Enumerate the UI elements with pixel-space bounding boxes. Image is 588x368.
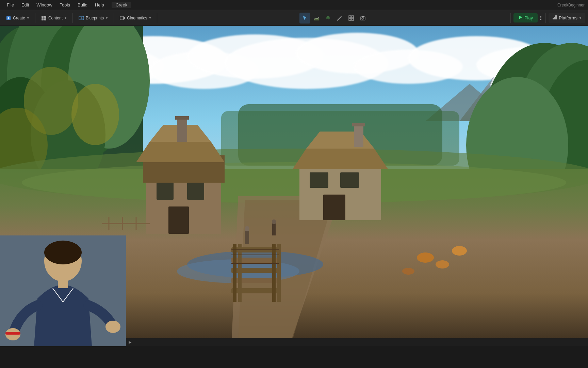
svg-point-7 — [82, 18, 83, 18]
svg-rect-68 — [238, 244, 242, 302]
content-dropdown-icon: ▼ — [64, 16, 67, 20]
svg-marker-76 — [136, 142, 225, 162]
separator-6 — [545, 13, 546, 23]
cinematics-button[interactable]: Cinematics ▼ — [117, 14, 154, 22]
select-mode-button[interactable] — [299, 13, 310, 24]
svg-rect-4 — [44, 18, 46, 20]
dot-3 — [540, 19, 541, 20]
user-label: CreekBeginner — [557, 3, 585, 7]
svg-rect-21 — [554, 17, 555, 19]
svg-point-98 — [452, 246, 467, 256]
separator-2 — [72, 13, 73, 23]
title-bar: File Edit Window Tools Build Help Creek … — [0, 0, 588, 10]
svg-point-97 — [402, 268, 414, 275]
grid-tool-button[interactable] — [346, 13, 357, 24]
menu-edit[interactable]: Edit — [18, 2, 32, 8]
content-icon — [41, 15, 47, 21]
separator-5 — [510, 13, 511, 23]
separator-1 — [35, 13, 35, 23]
toolbar: Create ▼ Content ▼ Blueprints ▼ — [0, 10, 588, 26]
svg-rect-3 — [42, 18, 44, 20]
svg-rect-80 — [157, 183, 174, 200]
svg-point-6 — [80, 18, 80, 18]
menu-build[interactable]: Build — [74, 2, 91, 8]
play-button[interactable]: Play — [513, 13, 538, 22]
bottom-bar: ▶ — [126, 338, 588, 346]
svg-rect-86 — [354, 125, 363, 147]
svg-point-100 — [245, 226, 249, 231]
svg-rect-99 — [245, 230, 249, 244]
svg-rect-82 — [168, 206, 189, 234]
menu-tools[interactable]: Tools — [56, 2, 74, 8]
cinematics-dropdown-icon: ▼ — [149, 16, 152, 20]
svg-marker-19 — [519, 16, 522, 19]
svg-rect-89 — [340, 172, 359, 188]
svg-rect-2 — [44, 16, 46, 18]
svg-point-107 — [105, 321, 120, 333]
blueprints-icon — [78, 15, 84, 21]
menu-help[interactable]: Help — [92, 2, 108, 8]
separator-4 — [157, 13, 157, 23]
svg-rect-15 — [352, 18, 354, 20]
cinematics-icon — [119, 15, 126, 21]
svg-point-96 — [436, 260, 449, 269]
svg-rect-88 — [310, 172, 328, 188]
blueprints-button[interactable]: Blueprints ▼ — [76, 14, 111, 22]
svg-rect-81 — [187, 183, 204, 200]
svg-rect-20 — [553, 18, 554, 19]
menu-file[interactable]: File — [3, 2, 17, 8]
brush-tool-button[interactable] — [334, 13, 345, 24]
create-dropdown-icon: ▼ — [27, 16, 30, 20]
content-button[interactable]: Content ▼ — [38, 14, 70, 22]
svg-rect-90 — [323, 195, 345, 220]
svg-rect-13 — [352, 16, 354, 18]
svg-point-105 — [44, 241, 82, 264]
svg-rect-101 — [272, 224, 276, 235]
play-icon — [518, 15, 523, 21]
svg-rect-14 — [349, 18, 351, 20]
svg-rect-78 — [177, 118, 187, 142]
create-icon — [5, 15, 12, 21]
svg-rect-108 — [5, 332, 20, 335]
dot-1 — [540, 16, 541, 17]
scene-view — [0, 26, 588, 346]
svg-rect-70 — [277, 244, 281, 302]
svg-point-102 — [272, 219, 276, 224]
svg-rect-1 — [42, 16, 44, 18]
svg-point-49 — [71, 84, 119, 145]
svg-point-17 — [362, 17, 364, 19]
svg-point-95 — [417, 252, 434, 263]
foliage-tool-button[interactable] — [323, 13, 333, 24]
svg-rect-109 — [58, 280, 68, 288]
platforms-dropdown-icon: ▼ — [579, 16, 582, 20]
svg-rect-87 — [352, 123, 365, 126]
camera-tool-button[interactable] — [357, 13, 368, 24]
blueprints-dropdown-icon: ▼ — [105, 16, 108, 20]
dot-2 — [540, 17, 541, 18]
viewport[interactable]: ▶ — [0, 26, 588, 346]
svg-rect-22 — [555, 15, 557, 19]
svg-marker-84 — [293, 149, 388, 169]
center-tools — [299, 13, 368, 24]
nav-indicator[interactable]: ▶ — [129, 340, 131, 344]
landscape-tool-button[interactable] — [311, 13, 322, 24]
svg-rect-18 — [362, 16, 364, 17]
create-button[interactable]: Create ▼ — [3, 14, 32, 22]
separator-3 — [114, 13, 114, 23]
project-name: Creek — [112, 2, 132, 8]
svg-rect-8 — [120, 16, 124, 20]
platforms-icon — [552, 15, 557, 21]
svg-rect-79 — [175, 116, 189, 120]
play-options-button[interactable] — [539, 14, 543, 21]
menu-window[interactable]: Window — [33, 2, 55, 8]
svg-point-10 — [326, 17, 328, 19]
svg-point-11 — [328, 17, 330, 19]
svg-rect-69 — [272, 244, 276, 302]
svg-rect-67 — [233, 244, 236, 302]
platforms-button[interactable]: Platforms ▼ — [549, 13, 585, 23]
menu-bar: File Edit Window Tools Build Help Creek … — [3, 2, 585, 8]
svg-rect-12 — [349, 16, 351, 18]
